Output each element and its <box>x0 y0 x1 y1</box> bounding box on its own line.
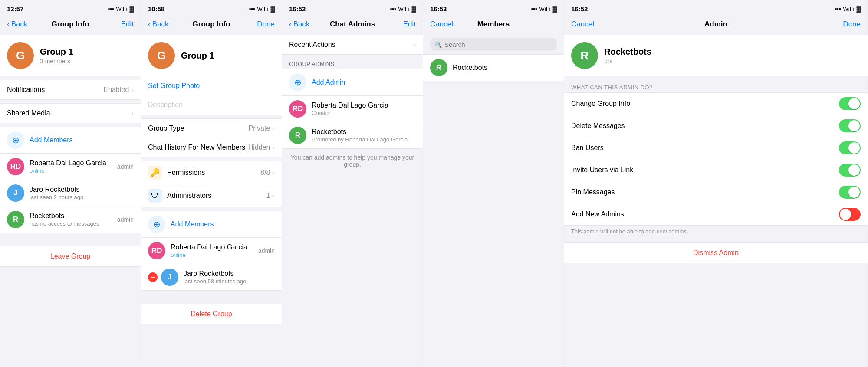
status-time-2: 10:58 <box>148 5 164 13</box>
notifications-chevron: › <box>132 86 134 93</box>
status-icons-4: ▪▪▪ WiFi ▓ <box>531 6 557 12</box>
delete-group-button[interactable]: Delete Group <box>141 304 282 324</box>
status-bar-4: 16:53 ▪▪▪ WiFi ▓ <box>423 0 564 16</box>
notifications-card: Notifications Enabled › <box>0 80 141 100</box>
signal-icon-3: ▪▪▪ <box>390 6 396 12</box>
status-time-4: 16:53 <box>430 5 447 13</box>
nav-bar-1: ‹ Back Group Info Edit <box>0 16 141 35</box>
notifications-row[interactable]: Notifications Enabled › <box>0 80 141 99</box>
member-avatar-1-3: R <box>7 211 24 228</box>
administrators-row[interactable]: 🛡 Administrators 1 › <box>141 184 282 207</box>
panel-content-2: G Group 1 Set Group Photo Description Gr… <box>141 35 282 367</box>
administrators-chevron: › <box>273 192 275 199</box>
signal-icon-4: ▪▪▪ <box>531 6 537 12</box>
group-name-2: Group 1 <box>181 51 214 61</box>
remove-badge-icon[interactable]: − <box>148 272 158 282</box>
perm-toggle-2[interactable] <box>839 141 861 154</box>
admin-avatar-3-1: RD <box>289 100 306 118</box>
back-button-3[interactable]: ‹ Back <box>289 20 309 29</box>
cancel-button-4[interactable]: Cancel <box>430 20 453 29</box>
perm-toggle-5[interactable] <box>839 208 861 221</box>
member-info-4-1: Rocketbots <box>453 64 557 72</box>
admin-row-3-1[interactable]: RD Roberta Dal Lago Garcia Creator <box>282 96 423 122</box>
admin-avatar: R <box>571 42 598 69</box>
member-row-2-2[interactable]: − J Jaro Rocketbots last seen 58 minutes… <box>141 264 282 290</box>
admins-hint: You can add admins to help you manage yo… <box>282 149 423 173</box>
member-row-1-2[interactable]: J Jaro Rocketbots last seen 2 hours ago <box>0 180 141 206</box>
group-header-2: G Group 1 <box>141 35 282 76</box>
set-photo-row[interactable]: Set Group Photo <box>141 76 282 95</box>
back-button-2[interactable]: ‹ Back <box>148 20 168 29</box>
signal-icon: ▪▪▪ <box>108 6 114 12</box>
perm-label-5: Add New Admins <box>571 210 839 218</box>
description-placeholder: Description <box>148 101 183 109</box>
perm-row-2: Ban Users <box>564 137 868 159</box>
add-admin-row[interactable]: ⊕ Add Admin <box>282 69 423 96</box>
signal-icon-2: ▪▪▪ <box>249 6 255 12</box>
admin-info-3-1: Roberta Dal Lago Garcia Creator <box>312 102 416 116</box>
battery-icon-5: ▓ <box>857 6 861 12</box>
status-icons-1: ▪▪▪ WiFi ▓ <box>108 6 134 12</box>
group-info-1: Group 1 3 members <box>40 47 73 65</box>
group-admins-section-label: GROUP ADMINS <box>282 58 423 69</box>
member-info-2-1: Roberta Dal Lago Garcia online <box>171 243 258 258</box>
admin-row-3-2[interactable]: R Rocketbots Promoted by Roberta Dal Lag… <box>282 122 423 148</box>
perm-row-3: Invite Users via Link <box>564 159 868 181</box>
member-row-1-1[interactable]: RD Roberta Dal Lago Garcia online admin <box>0 154 141 180</box>
member-name-2-1: Roberta Dal Lago Garcia <box>171 243 258 251</box>
search-bar-4: 🔍 <box>430 38 557 51</box>
leave-group-button[interactable]: Leave Group <box>0 246 141 267</box>
group-type-row[interactable]: Group Type Private › <box>141 119 282 138</box>
edit-button-3[interactable]: Edit <box>403 20 416 29</box>
add-members-label-2: Add Members <box>171 220 214 228</box>
admin-name: Rocketbots <box>604 47 651 57</box>
shared-media-row[interactable]: Shared Media › <box>0 104 141 123</box>
nav-bar-4: Cancel Members <box>423 16 564 35</box>
chat-history-row[interactable]: Chat History For New Members Hidden › <box>141 138 282 157</box>
permissions-chevron: › <box>273 169 275 176</box>
add-members-row-1[interactable]: ⊕ Add Members <box>0 127 141 154</box>
status-bar-1: 12:57 ▪▪▪ WiFi ▓ <box>0 0 141 16</box>
administrators-icon: 🛡 <box>148 189 162 203</box>
add-members-row-2[interactable]: ⊕ Add Members <box>141 211 282 238</box>
member-avatar-2-1: RD <box>148 242 165 259</box>
set-photo-link: Set Group Photo <box>148 82 200 90</box>
panel-chat-admins: 16:52 ▪▪▪ WiFi ▓ ‹ Back Chat Admins Edit… <box>282 0 423 367</box>
member-row-2-1[interactable]: RD Roberta Dal Lago Garcia online admin <box>141 238 282 264</box>
perm-row-0: Change Group Info <box>564 93 868 115</box>
group-header-1: G Group 1 3 members <box>0 35 141 76</box>
search-input-4[interactable] <box>444 41 552 48</box>
admin-avatar-3-2: R <box>289 127 306 144</box>
member-name-1-3: Rocketbots <box>30 212 117 220</box>
description-row[interactable]: Description <box>141 95 282 115</box>
dismiss-admin-button[interactable]: Dismiss Admin <box>564 242 868 263</box>
panel-admin: 16:52 ▪▪▪ WiFi ▓ Cancel Admin Done R Roc… <box>564 0 868 367</box>
admin-note: This admin will not be able to add new a… <box>564 226 868 239</box>
recent-actions-row[interactable]: Recent Actions › <box>282 35 423 55</box>
person-add-icon-2: ⊕ <box>153 219 161 229</box>
perm-toggle-0[interactable] <box>839 97 861 110</box>
member-info-2-2: Jaro Rocketbots last seen 58 minutes ago <box>184 270 275 285</box>
nav-title-3: Chat Admins <box>330 20 375 29</box>
admin-info-3-2: Rocketbots Promoted by Roberta Dal Lago … <box>312 128 416 143</box>
member-row-1-3[interactable]: R Rocketbots has no access to messages a… <box>0 206 141 233</box>
cancel-button-5[interactable]: Cancel <box>571 20 594 29</box>
perm-toggle-1[interactable] <box>839 119 861 132</box>
perm-toggle-3[interactable] <box>839 164 861 177</box>
admin-permissions-section-label: WHAT CAN THIS ADMIN DO? <box>564 80 868 92</box>
done-button-5[interactable]: Done <box>843 20 861 29</box>
member-status-1-1: online <box>30 167 117 174</box>
add-members-label-1: Add Members <box>30 136 73 144</box>
done-button-2[interactable]: Done <box>257 20 275 29</box>
permissions-row[interactable]: 🔑 Permissions 8/8 › <box>141 161 282 184</box>
edit-button-1[interactable]: Edit <box>121 20 134 29</box>
members-list-4: R Rocketbots <box>423 54 564 81</box>
back-button-1[interactable]: ‹ Back <box>7 20 27 29</box>
perm-toggle-4[interactable] <box>839 186 861 199</box>
panel-group-info-1: 12:57 ▪▪▪ WiFi ▓ ‹ Back Group Info Edit … <box>0 0 141 367</box>
admin-subtitle: bot <box>604 58 651 65</box>
perm-label-3: Invite Users via Link <box>571 166 839 174</box>
status-icons-5: ▪▪▪ WiFi ▓ <box>835 6 861 12</box>
members-card-1: ⊕ Add Members RD Roberta Dal Lago Garcia… <box>0 127 141 233</box>
member-row-4-1[interactable]: R Rocketbots <box>423 55 564 81</box>
